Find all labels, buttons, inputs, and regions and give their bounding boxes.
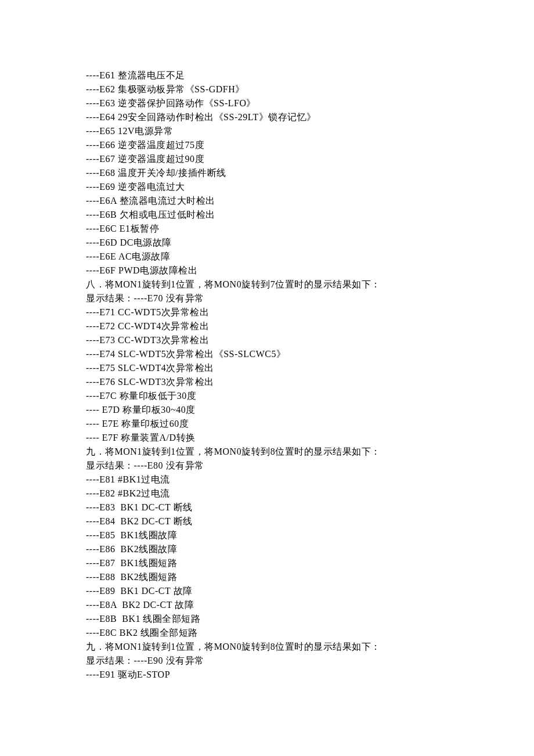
text-line: ----E87 BK1线圈短路	[86, 556, 534, 570]
text-line: ----E6B 欠相或电压过低时检出	[86, 208, 534, 222]
text-line: ----E69 逆变器电流过大	[86, 180, 534, 194]
text-line: ---- E7F 称量装置A/D转换	[86, 431, 534, 445]
text-line: ----E81 #BK1过电流	[86, 473, 534, 487]
text-line: ----E72 CC-WDT4次异常检出	[86, 319, 534, 333]
text-line: ---- E7E 称量印板过60度	[86, 417, 534, 431]
document-page: ----E61 整流器电压不足 ----E62 集极驱动板异常《SS-GDFH》…	[0, 0, 534, 756]
text-line: ----E74 SLC-WDT5次异常检出《SS-SLCWC5》	[86, 347, 534, 361]
text-line: ----E8C BK2 线圈全部短路	[86, 626, 534, 640]
text-line: ----E84 BK2 DC-CT 断线	[86, 514, 534, 528]
text-line: ----E82 #BK2过电流	[86, 487, 534, 501]
text-line: ----E88 BK2线圈短路	[86, 570, 534, 584]
text-line: ----E66 逆变器温度超过75度	[86, 138, 534, 152]
text-line: ----E85 BK1线圈故障	[86, 528, 534, 542]
text-line: ----E6A 整流器电流过大时检出	[86, 194, 534, 208]
text-line: ----E71 CC-WDT5次异常检出	[86, 305, 534, 319]
text-line: ----E6D DC电源故障	[86, 236, 534, 250]
text-line: ----E6C E1板暂停	[86, 222, 534, 236]
text-line: ----E6F PWD电源故障检出	[86, 264, 534, 278]
text-line: 显示结果：----E80 没有异常	[86, 459, 534, 473]
text-line: ----E86 BK2线圈故障	[86, 542, 534, 556]
text-line: ----E8A BK2 DC-CT 故障	[86, 598, 534, 612]
text-line: ----E75 SLC-WDT4次异常检出	[86, 361, 534, 375]
text-line: ----E67 逆变器温度超过90度	[86, 152, 534, 166]
text-line: ---- E7D 称量印板30~40度	[86, 403, 534, 417]
text-line: ----E63 逆变器保护回路动作《SS-LFO》	[86, 96, 534, 110]
text-line: 九．将MON1旋转到1位置，将MON0旋转到8位置时的显示结果如下：	[86, 445, 534, 459]
text-line: ----E6E AC电源故障	[86, 250, 534, 264]
text-line: ----E8B BK1 线圈全部短路	[86, 612, 534, 626]
text-line: ----E62 集极驱动板异常《SS-GDFH》	[86, 82, 534, 96]
text-line: 显示结果：----E70 没有异常	[86, 291, 534, 305]
text-line: ----E64 29安全回路动作时检出《SS-29LT》锁存记忆》	[86, 110, 534, 124]
text-line: ----E61 整流器电压不足	[86, 69, 534, 82]
text-line: ----E65 12V电源异常	[86, 124, 534, 138]
text-line: ----E89 BK1 DC-CT 故障	[86, 584, 534, 598]
text-line: 八．将MON1旋转到1位置，将MON0旋转到7位置时的显示结果如下：	[86, 278, 534, 291]
text-line: ----E83 BK1 DC-CT 断线	[86, 501, 534, 514]
text-line: ----E7C 称量印板低于30度	[86, 389, 534, 403]
text-line: ----E76 SLC-WDT3次异常检出	[86, 375, 534, 389]
text-line: ----E91 驱动E-STOP	[86, 668, 534, 682]
text-line: ----E73 CC-WDT3次异常检出	[86, 333, 534, 347]
text-line: 九．将MON1旋转到1位置，将MON0旋转到8位置时的显示结果如下：	[86, 640, 534, 654]
text-line: ----E68 温度开关冷却/接插件断线	[86, 166, 534, 180]
text-line: 显示结果：----E90 没有异常	[86, 654, 534, 668]
